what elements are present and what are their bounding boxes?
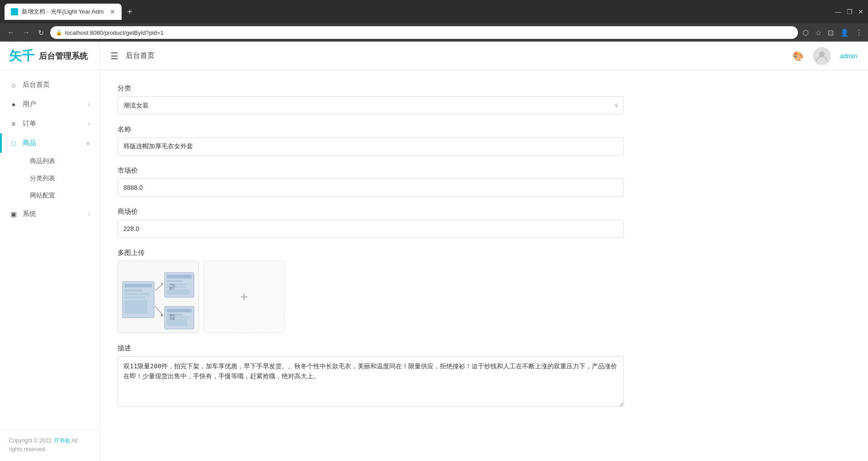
product-icon: □ bbox=[9, 139, 18, 147]
profile-icon[interactable]: 👤 bbox=[840, 28, 849, 37]
product-submenu: 商品列表 分类列表 网站配置 bbox=[0, 153, 99, 204]
user-icon: ● bbox=[9, 100, 18, 108]
chevron-down-icon: ∨ bbox=[86, 140, 90, 146]
svg-text:产品: 产品 bbox=[170, 283, 175, 287]
svg-rect-20 bbox=[167, 309, 192, 312]
page-title: 后台首页 bbox=[126, 51, 155, 61]
cast-icon[interactable]: ⬡ bbox=[802, 28, 809, 37]
shop-price-input[interactable] bbox=[118, 220, 624, 238]
sidebar-item-home[interactable]: ⌂ 后台首页 bbox=[0, 75, 99, 94]
split-screen-icon[interactable]: ⊡ bbox=[828, 28, 834, 37]
sidebar-item-label: 后台首页 bbox=[23, 80, 50, 89]
copyright-text: Copyright © 2022. bbox=[9, 437, 53, 444]
sidebar-item-label: 用户 bbox=[23, 100, 36, 108]
main-area: ☰ 后台首页 🎨 admin 分类 bbox=[99, 42, 868, 461]
window-maximize-button[interactable]: ❐ bbox=[847, 8, 853, 15]
avatar bbox=[813, 47, 831, 65]
browser-nav: ← → ↻ 🔒 localhost:8080/product/getById?p… bbox=[0, 24, 868, 42]
sidebar-toggle-icon[interactable]: ☰ bbox=[110, 51, 118, 61]
product-form: 分类 潮流女装 男装 童装 配饰 ∨ 名称 bbox=[99, 71, 642, 433]
lock-icon: 🔒 bbox=[56, 29, 62, 36]
category-label: 分类 bbox=[118, 84, 624, 93]
admin-name[interactable]: admin bbox=[840, 52, 857, 60]
svg-rect-5 bbox=[125, 296, 145, 299]
home-icon: ⌂ bbox=[9, 81, 18, 89]
upload-add-button[interactable]: + bbox=[203, 261, 285, 333]
system-icon: ▣ bbox=[9, 210, 18, 218]
sidebar-item-order[interactable]: ≡ 订单 › bbox=[0, 114, 99, 133]
upload-area: 产品 图片 商品 外套 bbox=[118, 261, 624, 333]
bookmark-icon[interactable]: ☆ bbox=[815, 28, 821, 37]
svg-rect-23 bbox=[167, 319, 187, 326]
back-button[interactable]: ← bbox=[5, 27, 16, 38]
sidebar: 矢千 后台管理系统 ⌂ 后台首页 ● 用户 › ≡ 订单 › bbox=[0, 42, 99, 461]
market-price-label: 市场价 bbox=[118, 166, 624, 175]
sidebar-footer: Copyright © 2022. IT书包 All rights reserv… bbox=[0, 429, 99, 461]
description-label: 描述 bbox=[118, 344, 624, 353]
svg-rect-6 bbox=[125, 300, 147, 314]
logo-text: 后台管理系统 bbox=[39, 51, 88, 61]
upload-label: 多图上传 bbox=[118, 249, 624, 257]
svg-line-8 bbox=[155, 306, 163, 315]
tab-favicon bbox=[11, 8, 18, 15]
window-close-button[interactable]: ✕ bbox=[858, 8, 863, 15]
upload-group: 多图上传 bbox=[118, 249, 624, 333]
category-select-wrapper: 潮流女装 男装 童装 配饰 ∨ bbox=[118, 96, 624, 114]
sidebar-item-system[interactable]: ▣ 系统 › bbox=[0, 204, 99, 224]
svg-rect-2 bbox=[125, 284, 152, 287]
name-group: 名称 bbox=[118, 125, 624, 155]
shop-price-group: 商场价 bbox=[118, 207, 624, 238]
order-icon: ≡ bbox=[9, 120, 18, 127]
market-price-group: 市场价 bbox=[118, 166, 624, 197]
description-textarea[interactable]: 双11限量200件，拍完下架，加车享优惠，早下手早发货。。秋冬个性中长款毛衣，美… bbox=[118, 356, 624, 407]
window-minimize-button[interactable]: — bbox=[835, 8, 841, 15]
market-price-input[interactable] bbox=[118, 179, 624, 197]
forward-button[interactable]: → bbox=[21, 27, 32, 38]
plus-icon: + bbox=[240, 289, 248, 305]
name-label: 名称 bbox=[118, 125, 624, 134]
sidebar-item-user[interactable]: ● 用户 › bbox=[0, 94, 99, 114]
sidebar-item-label: 订单 bbox=[23, 119, 36, 128]
svg-text:商品: 商品 bbox=[170, 314, 175, 317]
browser-tab[interactable]: 新增文档 - 光年(Light Year Adm ✕ bbox=[5, 4, 122, 20]
svg-text:外套: 外套 bbox=[170, 317, 175, 320]
category-group: 分类 潮流女装 男装 童装 配饰 ∨ bbox=[118, 84, 624, 114]
theme-icon[interactable]: 🎨 bbox=[793, 51, 804, 61]
svg-text:图片: 图片 bbox=[170, 287, 175, 290]
content-area: 分类 潮流女装 男装 童装 配饰 ∨ 名称 bbox=[99, 71, 868, 461]
new-tab-button[interactable]: + bbox=[127, 7, 132, 17]
svg-rect-16 bbox=[167, 289, 189, 295]
reload-button[interactable]: ↻ bbox=[36, 27, 46, 39]
tab-title: 新增文档 - 光年(Light Year Adm bbox=[22, 8, 104, 16]
category-select[interactable]: 潮流女装 男装 童装 配饰 bbox=[118, 96, 624, 114]
sidebar-item-category-list[interactable]: 分类列表 bbox=[23, 170, 99, 187]
chevron-right-icon: › bbox=[88, 211, 90, 217]
svg-rect-4 bbox=[125, 293, 150, 295]
upload-preview[interactable]: 产品 图片 商品 外套 bbox=[118, 261, 199, 333]
logo-icon: 矢千 bbox=[9, 50, 34, 62]
menu-icon[interactable]: ⋮ bbox=[855, 28, 863, 37]
top-header: ☰ 后台首页 🎨 admin bbox=[99, 42, 868, 71]
browser-chrome: 新增文档 - 光年(Light Year Adm ✕ + — ❐ ✕ bbox=[0, 0, 868, 24]
description-group: 描述 双11限量200件，拍完下架，加车享优惠，早下手早发货。。秋冬个性中长款毛… bbox=[118, 344, 624, 409]
url-text: localhost:8080/product/getById?pid=1 bbox=[65, 29, 164, 36]
sidebar-item-site-config[interactable]: 网站配置 bbox=[23, 187, 99, 204]
shop-price-label: 商场价 bbox=[118, 207, 624, 216]
header-actions: 🎨 admin bbox=[793, 47, 857, 65]
sidebar-menu: ⌂ 后台首页 ● 用户 › ≡ 订单 › □ 商品 ∨ bbox=[0, 71, 99, 429]
svg-rect-12 bbox=[167, 275, 192, 278]
address-bar[interactable]: 🔒 localhost:8080/product/getById?pid=1 bbox=[50, 26, 798, 39]
tab-close-button[interactable]: ✕ bbox=[110, 8, 115, 15]
svg-rect-13 bbox=[167, 280, 183, 282]
sidebar-item-product-list[interactable]: 商品列表 bbox=[23, 153, 99, 170]
chevron-right-icon: › bbox=[88, 121, 90, 127]
svg-marker-9 bbox=[161, 282, 163, 285]
name-input[interactable] bbox=[118, 137, 624, 155]
footer-link[interactable]: IT书包 bbox=[54, 437, 70, 444]
svg-rect-3 bbox=[125, 289, 143, 292]
sidebar-item-label: 系统 bbox=[23, 210, 36, 218]
sidebar-item-label: 商品 bbox=[23, 139, 36, 147]
chevron-right-icon: › bbox=[88, 101, 90, 108]
sidebar-item-product[interactable]: □ 商品 ∨ bbox=[0, 133, 99, 153]
logo-area: 矢千 后台管理系统 bbox=[0, 42, 99, 71]
